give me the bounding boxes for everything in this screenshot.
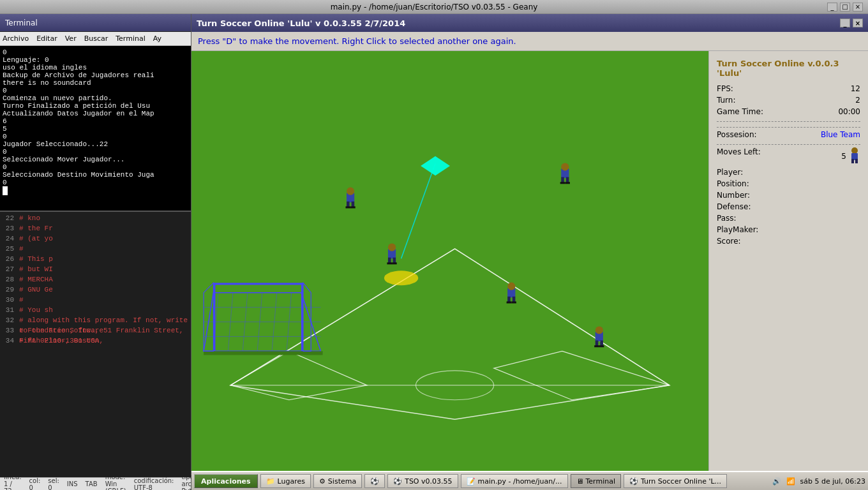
terminal-line: Turno Finalizado a petición del Usu	[3, 102, 188, 110]
code-line: 23 # the Fr	[0, 223, 191, 234]
svg-rect-0	[191, 103, 708, 420]
mainpy-icon: 📝	[467, 477, 475, 486]
title-bar: main.py - /home/juan/Escritorio/TSO v0.0…	[0, 0, 868, 14]
terminal-line: 0	[3, 148, 188, 156]
possesion-label: Possesion:	[717, 130, 757, 139]
field-svg	[191, 51, 708, 471]
title-bar-controls: _ □ ×	[827, 3, 863, 11]
status-ins: INS	[67, 480, 78, 487]
taskbar-turnsoccer[interactable]: ⚽ Turn Soccer Online 'L...	[624, 474, 727, 488]
terminal-line: 5	[3, 125, 188, 133]
svg-rect-21	[213, 283, 303, 285]
svg-point-35	[388, 243, 396, 251]
taskbar-lugares[interactable]: 📁 Lugares	[260, 474, 311, 488]
game-window: Turn Soccer Online 'Lulu' v 0.0.3.55 2/7…	[191, 14, 868, 471]
terminal-line: uso el idioma ingles	[3, 64, 188, 71]
clock-datetime: sáb 5 de jul, 06:23	[800, 477, 865, 486]
svg-rect-61	[855, 159, 858, 163]
menu-buscar[interactable]: Buscar	[84, 34, 108, 43]
lugares-label: Lugares	[278, 477, 305, 486]
status-col: col: 0	[29, 477, 41, 491]
code-line: 33 # Foundation, Inc., 51 Franklin Stree…	[0, 325, 191, 336]
svg-point-53	[595, 326, 603, 334]
score-row: Score:	[717, 237, 860, 246]
terminal-output: 0 Lenguaje: 0 uso el idioma ingles Backu…	[0, 46, 191, 212]
instruction-bar: Press "D" to make the movement. Right Cl…	[191, 32, 868, 51]
info-panel: Turn Soccer Online v.0.0.3 'Lulu' FPS: 1…	[708, 51, 868, 471]
taskbar-tso[interactable]: ⚽ TSO v0.03.55	[387, 474, 458, 488]
network-icon[interactable]: 📶	[786, 477, 795, 486]
menu-ay[interactable]: Ay	[153, 34, 161, 43]
terminal-line: 0	[3, 133, 188, 140]
fps-label: FPS:	[717, 84, 733, 93]
code-line: 30 #	[0, 295, 191, 305]
menu-ver[interactable]: Ver	[65, 34, 77, 43]
number-row: Number:	[717, 191, 860, 200]
start-label: Aplicaciones	[201, 477, 251, 486]
turnsoccer-label: Turn Soccer Online 'L...	[641, 477, 721, 486]
player-label: Player:	[717, 168, 743, 177]
volume-icon[interactable]: 🔊	[772, 477, 781, 486]
player-icon	[849, 147, 860, 165]
game-area: Turn Soccer Online v.0.0.3 'Lulu' FPS: 1…	[191, 51, 868, 471]
code-line: 24 # (at yo	[0, 234, 191, 244]
terminal-line: Backup de Archivo de Jugadores reali	[3, 71, 188, 79]
menu-editar[interactable]: Editar	[36, 34, 57, 43]
terminal-line: Jugador Seleccionado...22	[3, 140, 188, 148]
svg-point-29	[347, 188, 354, 195]
start-button[interactable]: Aplicaciones	[194, 474, 258, 488]
taskbar-date: sáb 5 de jul,	[800, 477, 843, 486]
gametime-label: Game Time:	[717, 107, 763, 116]
moves-left-value: 5	[841, 152, 846, 161]
svg-point-47	[507, 283, 515, 290]
moves-left-row: Moves Left: 5	[717, 147, 860, 165]
mainpy-label: main.py - /home/juan/...	[478, 477, 562, 486]
number-label: Number:	[717, 191, 750, 200]
pass-row: Pass:	[717, 214, 860, 223]
code-line: 28 # MERCHA	[0, 274, 191, 285]
geany-title-text: Terminal	[5, 19, 38, 27]
terminal-cursor[interactable]	[3, 186, 8, 195]
menu-terminal[interactable]: Terminal	[116, 34, 146, 43]
soccer-field[interactable]	[191, 51, 708, 471]
code-line: 31 # You sh	[0, 305, 191, 315]
geany-menu-bar: Archivo Editar Ver Buscar Terminal Ay	[0, 32, 191, 46]
turn-label: Turn:	[717, 96, 735, 105]
menu-archivo[interactable]: Archivo	[3, 34, 29, 43]
game-minimize-button[interactable]: _	[840, 19, 850, 27]
game-close-button[interactable]: ×	[853, 19, 863, 27]
taskbar-right: 🔊 📶 sáb 5 de jul, 06:23	[772, 477, 865, 486]
code-pane: 22 # kno 23 # the Fr 24 # (at yo 25 # 26	[0, 212, 191, 477]
svg-rect-39	[392, 262, 397, 264]
taskbar-terminal[interactable]: 🖥 Terminal	[571, 474, 622, 488]
taskbar-tso-icon[interactable]: ⚽	[364, 474, 385, 488]
geany-panel: Terminal Archivo Editar Ver Buscar Termi…	[0, 14, 191, 490]
terminal-line: 0	[3, 179, 188, 186]
possesion-value: Blue Team	[821, 130, 860, 139]
svg-rect-50	[507, 301, 512, 303]
taskbar-sistema[interactable]: ⚙ Sistema	[313, 474, 362, 488]
terminal-line: Lenguaje: 0	[3, 56, 188, 64]
taskbar-mainpy[interactable]: 📝 main.py - /home/juan/...	[461, 474, 568, 488]
taskbar-time: 06:23	[845, 477, 865, 486]
gametime-row: Game Time: 00:00	[717, 107, 860, 116]
main-layout: Terminal Archivo Editar Ver Buscar Termi…	[0, 14, 868, 490]
svg-rect-22	[204, 351, 322, 355]
turn-value: 2	[855, 96, 860, 105]
fps-value: 12	[851, 84, 860, 93]
status-encoding: codificación: UTF-8	[134, 477, 174, 491]
svg-rect-33	[350, 206, 355, 208]
svg-rect-32	[345, 206, 350, 208]
close-button[interactable]: ×	[853, 3, 863, 11]
game-title-controls: _ ×	[840, 19, 863, 27]
code-line: 26 # This p	[0, 254, 191, 264]
game-title-bar: Turn Soccer Online 'Lulu' v 0.0.3.55 2/7…	[191, 14, 868, 32]
code-line: 32 # along with this program. If not, wr…	[0, 315, 191, 325]
terminal-icon: 🖥	[576, 477, 583, 486]
turn-row: Turn: 2	[717, 96, 860, 105]
maximize-button[interactable]: □	[840, 3, 850, 11]
taskbar: Aplicaciones 📁 Lugares ⚙ Sistema ⚽ ⚽ TSO…	[191, 471, 868, 490]
terminal-line: Seleccionado Mover Jugador...	[3, 156, 188, 163]
instruction-text: Press "D" to make the movement. Right Cl…	[198, 36, 516, 46]
minimize-button[interactable]: _	[827, 3, 837, 11]
